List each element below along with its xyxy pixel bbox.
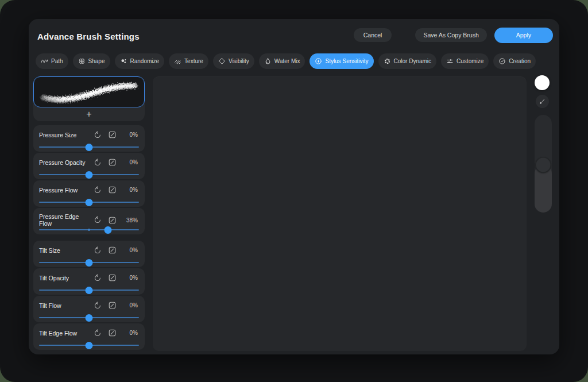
tab-color-dynamic[interactable]: Color Dynamic [378,53,437,69]
curve-icon[interactable] [108,246,117,254]
slider-thumb[interactable] [86,171,93,179]
brush-test-canvas[interactable] [153,76,527,351]
slider-track[interactable] [39,314,139,322]
tab-label: Color Dynamic [394,58,432,64]
reset-icon[interactable] [94,159,102,167]
slider-track[interactable] [39,258,139,267]
slider-track[interactable] [39,198,139,206]
tab-label: Visibility [229,58,249,64]
tab-randomize[interactable]: Randomize [115,53,165,69]
advance-brush-settings-dialog: Advance Brush Settings Cancel Save As Co… [29,19,559,354]
curve-icon[interactable] [108,130,117,139]
dialog-title: Advance Brush Settings [37,32,140,41]
tab-water-mix[interactable]: Water Mix [259,53,305,69]
slider-panel-column: + Pressure Size0%Pressure Opacity0%Press… [33,76,145,351]
reset-icon[interactable] [94,302,102,310]
brush-size-slider-thumb[interactable] [535,157,551,173]
slider-label: Pressure Size [39,132,87,138]
creation-icon [498,57,506,65]
slider-value: 0% [123,247,138,253]
plus-icon: + [86,110,91,119]
tab-label: Randomize [130,58,160,64]
slider-value: 0% [123,302,138,308]
stylus-sensitivity-icon [315,57,322,65]
tab-label: Creation [509,58,531,64]
slider-thumb[interactable] [105,226,112,234]
tab-label: Path [51,58,63,64]
save-as-copy-brush-button[interactable]: Save As Copy Brush [415,28,486,42]
slider-track[interactable] [39,143,139,151]
color-dynamic-icon [384,57,391,65]
cancel-button[interactable]: Cancel [354,28,392,42]
texture-icon [174,57,181,65]
slider-thumb[interactable] [86,287,93,294]
slider-group-2: Tilt Size0%Tilt Opacity0%Tilt Flow0%Tilt… [33,241,145,350]
tab-creation[interactable]: Creation [493,53,536,69]
reset-icon[interactable] [94,131,102,139]
curve-icon[interactable] [108,158,117,167]
reset-icon[interactable] [94,216,102,224]
slider-value: 0% [123,159,138,165]
path-icon [41,57,48,65]
slider-track[interactable] [39,226,139,234]
reset-icon[interactable] [94,329,102,337]
slider-tilt-flow: Tilt Flow0% [33,296,145,322]
randomize-icon [120,57,127,65]
dialog-actions: Cancel Save As Copy Brush Apply [354,27,553,43]
slider-value: 38% [123,217,138,223]
slider-thumb[interactable] [86,259,93,267]
slider-pressure-edge-flow: Pressure Edge Flow38% [33,208,145,234]
reset-icon[interactable] [94,274,102,282]
brush-stroke-preview [37,79,141,105]
water-mix-icon [264,57,272,65]
tab-visibility[interactable]: Visibility [213,53,254,69]
slider-track[interactable] [39,171,139,179]
tab-label: Stylus Sensitivity [325,58,368,64]
tab-label: Customize [457,58,483,64]
slider-pressure-flow: Pressure Flow0% [33,180,145,207]
tab-label: Water Mix [274,58,300,64]
slider-center-dot [88,229,90,231]
reset-icon[interactable] [94,246,102,254]
tab-stylus-sensitivity[interactable]: Stylus Sensitivity [310,53,373,69]
curve-icon[interactable] [108,329,117,337]
slider-pressure-size: Pressure Size0% [33,125,145,152]
slider-label: Pressure Flow [39,187,87,194]
tab-path[interactable]: Path [36,53,68,69]
curve-icon[interactable] [108,301,117,310]
color-swatch[interactable] [535,75,550,90]
slider-value: 0% [123,330,138,336]
curve-icon[interactable] [108,216,117,225]
tab-bar: PathShapeRandomizeTextureVisibilityWater… [36,53,536,69]
slider-value: 0% [123,187,138,193]
brush-preview[interactable] [33,76,145,107]
customize-icon [446,57,454,65]
tab-customize[interactable]: Customize [441,53,489,69]
tab-shape[interactable]: Shape [73,53,110,69]
slider-tilt-edge-flow: Tilt Edge Flow0% [33,323,145,350]
slider-thumb[interactable] [86,342,93,349]
brush-tool-button[interactable] [536,95,549,108]
slider-thumb[interactable] [86,144,93,151]
slider-track[interactable] [39,341,139,349]
shape-icon [78,57,86,65]
brush-size-slider-track[interactable] [535,115,552,213]
reset-icon[interactable] [94,186,102,194]
slider-tilt-size: Tilt Size0% [33,241,145,267]
tab-texture[interactable]: Texture [169,53,208,69]
slider-label: Pressure Opacity [39,159,87,166]
slider-track[interactable] [39,286,139,294]
slider-pressure-opacity: Pressure Opacity0% [33,153,145,179]
curve-icon[interactable] [108,186,117,194]
curve-icon[interactable] [108,273,117,282]
brush-icon [539,98,546,105]
slider-label: Tilt Opacity [39,275,87,281]
slider-thumb[interactable] [86,314,93,322]
tab-label: Shape [88,58,105,64]
slider-thumb[interactable] [86,199,93,206]
slider-tilt-opacity: Tilt Opacity0% [33,268,145,295]
slider-group-1: Pressure Size0%Pressure Opacity0%Pressur… [33,125,145,234]
add-brush-state-button[interactable]: + [33,107,145,121]
apply-button[interactable]: Apply [494,28,553,43]
tab-label: Texture [184,58,203,64]
